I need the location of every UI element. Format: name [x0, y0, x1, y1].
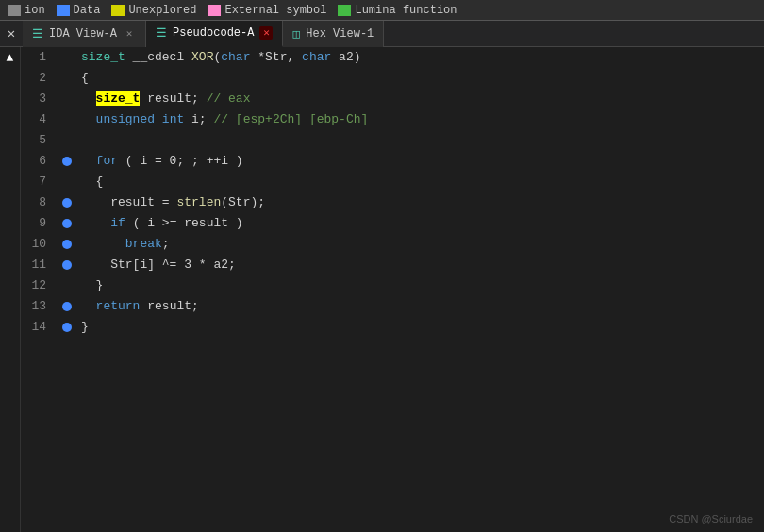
- code-fn-xor: XOR: [191, 50, 213, 64]
- line-num-3: 3: [21, 89, 52, 109]
- code-line-13: return result;: [81, 296, 764, 317]
- code-line-2: {: [81, 68, 764, 89]
- code-line-11: Str[i] ^= 3 * a2;: [81, 255, 764, 275]
- code-kw-for: for: [96, 154, 118, 168]
- main-area: ▲ 1 2 3 4 5 6 7 8 9 10 11 12 13 14: [0, 47, 764, 532]
- code-kw-break: break: [125, 237, 162, 251]
- code-line-9: if ( i >= result ): [81, 213, 764, 234]
- legend-unexplored-label: Unexplored: [128, 4, 196, 17]
- line-num-7: 7: [21, 172, 52, 192]
- code-kw-if: if: [110, 216, 125, 230]
- legend-data-label: Data: [74, 4, 101, 17]
- bp-10: [58, 234, 75, 255]
- code-kw-int: int: [162, 112, 184, 126]
- legend-lumina: Lumina function: [338, 4, 457, 17]
- breakpoint-column: [58, 47, 75, 532]
- bp-6: [58, 151, 75, 172]
- bp-13: [58, 296, 75, 317]
- tab-ida-label: IDA View-A: [49, 27, 117, 41]
- close-left-button[interactable]: ✕: [0, 21, 23, 47]
- legend-external-color: [208, 5, 221, 16]
- legend-data: Data: [57, 4, 101, 17]
- line-num-8: 8: [21, 192, 52, 213]
- code-fn-strlen: strlen: [176, 195, 221, 209]
- line-num-6: 6: [21, 151, 52, 172]
- legend-lumina-label: Lumina function: [355, 4, 457, 17]
- code-line-3: size_t result; // eax: [81, 89, 764, 109]
- tab-pseudo-icon: ☰: [156, 25, 167, 41]
- tab-hex-icon: ◫: [292, 26, 300, 42]
- legend-unexplored: Unexplored: [111, 4, 196, 17]
- code-line-6: for ( i = 0; ; ++i ): [81, 151, 764, 172]
- code-line-1: size_t __cdecl XOR(char *Str, char a2): [81, 47, 764, 68]
- code-line-7: {: [81, 172, 764, 192]
- tab-ida-close[interactable]: ✕: [123, 27, 136, 41]
- line-num-9: 9: [21, 213, 52, 234]
- legend-bar: ion Data Unexplored External symbol Lumi…: [0, 0, 764, 21]
- code-kw-char-1: char: [221, 50, 250, 64]
- line-num-1: 1: [21, 47, 52, 68]
- code-line-5: [81, 130, 764, 151]
- line-num-5: 5: [21, 130, 52, 151]
- code-line-14: }: [81, 317, 764, 338]
- breakpoint-dot-10: [62, 240, 72, 249]
- watermark: CSDN @Sciurdae: [669, 513, 753, 524]
- legend-external: External symbol: [208, 4, 326, 17]
- bp-1: [58, 47, 75, 68]
- code-comment-3: // eax: [207, 91, 251, 106]
- legend-lumina-color: [338, 5, 351, 16]
- breakpoint-dot-9: [62, 219, 72, 228]
- line-num-12: 12: [21, 275, 52, 296]
- bp-9: [58, 213, 75, 234]
- legend-unexplored-color: [111, 5, 125, 16]
- bp-5: [58, 130, 75, 151]
- code-comment-4: // [esp+2Ch] [ebp-Ch]: [213, 112, 368, 126]
- bp-7: [58, 172, 75, 192]
- tab-pseudo-label: Pseudocode-A: [173, 26, 254, 40]
- line-numbers: 1 2 3 4 5 6 7 8 9 10 11 12 13 14: [21, 47, 58, 532]
- code-highlight-sizet: size_t: [96, 91, 141, 106]
- line-num-13: 13: [21, 296, 52, 317]
- bp-12: [58, 275, 75, 296]
- breakpoint-dot-13: [62, 302, 72, 311]
- code-line-10: break;: [81, 234, 764, 255]
- line-indicator: ▲: [0, 47, 21, 532]
- line-num-10: 10: [21, 234, 52, 255]
- bp-14: [58, 317, 75, 338]
- legend-ion-color: [8, 5, 21, 16]
- legend-data-color: [57, 5, 70, 16]
- tab-pseudo-close[interactable]: ✕: [259, 26, 273, 40]
- tab-pseudocode[interactable]: ☰ Pseudocode-A ✕: [146, 21, 283, 47]
- line-num-14: 14: [21, 317, 52, 338]
- tab-bar: ✕ ☰ IDA View-A ✕ ☰ Pseudocode-A ✕ ◫ Hex …: [0, 21, 764, 47]
- breakpoint-dot-6: [62, 157, 72, 166]
- bp-4: [58, 109, 75, 130]
- legend-ion: ion: [8, 4, 45, 17]
- bp-8: [58, 192, 75, 213]
- indicator-arrow-up: ▲: [0, 47, 21, 68]
- tab-ida-icon: ☰: [32, 26, 43, 42]
- code-kw-char-2: char: [302, 50, 331, 64]
- bp-2: [58, 68, 75, 89]
- code-type-sizet-1: size_t: [81, 50, 125, 64]
- tab-hex-view[interactable]: ◫ Hex View-1: [283, 21, 384, 47]
- code-kw-return: return: [96, 299, 141, 313]
- code-line-8: result = strlen(Str);: [81, 192, 764, 213]
- line-num-11: 11: [21, 255, 52, 275]
- code-content: size_t __cdecl XOR(char *Str, char a2) {…: [75, 47, 764, 532]
- tab-hex-label: Hex View-1: [306, 27, 374, 41]
- legend-ion-label: ion: [25, 4, 45, 17]
- code-line-4: unsigned int i; // [esp+2Ch] [ebp-Ch]: [81, 109, 764, 130]
- legend-external-label: External symbol: [224, 4, 326, 17]
- tab-ida-view[interactable]: ☰ IDA View-A ✕: [23, 21, 146, 47]
- bp-11: [58, 255, 75, 275]
- bp-3: [58, 89, 75, 109]
- line-num-4: 4: [21, 109, 52, 130]
- code-line-12: }: [81, 275, 764, 296]
- code-kw-unsigned: unsigned: [96, 112, 155, 126]
- breakpoint-dot-11: [62, 260, 72, 270]
- breakpoint-dot-8: [62, 198, 72, 208]
- breakpoint-dot-14: [62, 323, 72, 332]
- line-num-2: 2: [21, 68, 52, 89]
